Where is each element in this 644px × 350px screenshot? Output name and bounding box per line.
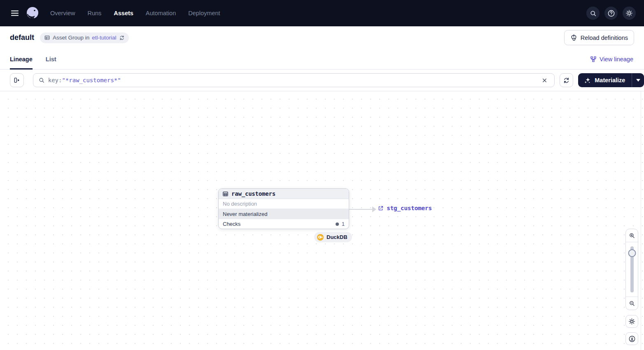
kind-tag-duckdb[interactable]: DuckDB <box>314 232 352 242</box>
lineage-edge <box>349 209 373 210</box>
dagster-logo-icon <box>25 5 40 21</box>
view-lineage-link[interactable]: View lineage <box>590 49 633 69</box>
zoom-in-icon <box>629 232 635 239</box>
user-settings-button[interactable] <box>623 7 636 20</box>
gear-icon <box>628 318 635 325</box>
reload-definitions-label: Reload definitions <box>581 35 628 41</box>
downstream-asset-stg-customers[interactable]: stg_customers <box>378 205 432 211</box>
circle-arrow-down-icon <box>628 335 636 343</box>
materialize-button[interactable]: Materialize <box>578 73 632 87</box>
zoom-out-button[interactable] <box>626 297 638 310</box>
zoom-out-icon <box>629 300 635 307</box>
nav-item-automation[interactable]: Automation <box>146 10 176 16</box>
nav-icon-group <box>586 7 636 20</box>
asset-node-raw-customers[interactable]: raw_customers No description Never mater… <box>218 188 349 229</box>
asset-checks-row[interactable]: Checks 1 <box>219 219 349 229</box>
global-search-button[interactable] <box>586 7 600 20</box>
panel-expand-icon <box>13 76 21 84</box>
kind-tag-label: DuckDB <box>327 234 348 240</box>
sidebar-toggle-button[interactable] <box>10 73 24 87</box>
external-link-icon <box>378 205 384 211</box>
check-status-dot <box>336 223 339 226</box>
lineage-toolbar: key:"*raw_customers*" Materialize <box>0 70 644 91</box>
nav-item-overview[interactable]: Overview <box>50 10 75 16</box>
nav-item-assets[interactable]: Assets <box>114 10 133 16</box>
chevron-down-icon <box>636 79 640 82</box>
lineage-edge-arrowhead <box>372 206 376 212</box>
asset-description-row: No description <box>219 199 349 209</box>
hamburger-icon <box>10 9 19 18</box>
asset-group-badge: Asset Group in etl-tutorial <box>40 32 129 43</box>
code-location-link[interactable]: etl-tutorial <box>92 35 116 41</box>
search-icon <box>38 77 45 83</box>
primary-nav: Overview Runs Assets Automation Deployme… <box>50 10 220 16</box>
zoom-slider-handle[interactable] <box>628 249 636 257</box>
asset-name: raw_customers <box>231 190 275 197</box>
asset-status-row: Never materialized <box>219 209 349 219</box>
search-icon <box>590 10 597 17</box>
asset-filter-input[interactable]: key:"*raw_customers*" <box>33 73 555 87</box>
checks-count: 1 <box>342 221 345 227</box>
nav-item-runs[interactable]: Runs <box>87 10 101 16</box>
asset-group-badge-text: Asset Group in <box>53 35 89 41</box>
downstream-asset-label: stg_customers <box>387 205 432 211</box>
nav-item-deployment[interactable]: Deployment <box>188 10 220 16</box>
tab-list[interactable]: List <box>46 49 56 69</box>
sparkles-icon <box>584 77 591 84</box>
dagster-app: Overview Runs Assets Automation Deployme… <box>0 0 644 350</box>
lineage-graph-icon <box>590 56 597 63</box>
graph-settings-button[interactable] <box>625 315 638 328</box>
dagster-logo[interactable] <box>25 5 40 21</box>
sync-status-icon[interactable] <box>119 35 125 41</box>
top-nav: Overview Runs Assets Automation Deployme… <box>0 0 644 26</box>
refresh-graph-button[interactable] <box>560 73 574 87</box>
materialize-split-button: Materialize <box>578 73 644 87</box>
reload-definitions-button[interactable]: Reload definitions <box>564 30 634 45</box>
lineage-canvas[interactable]: raw_customers No description Never mater… <box>0 91 644 350</box>
checks-label: Checks <box>223 221 240 227</box>
zoom-control-panel <box>625 229 638 310</box>
filter-key-prefix: key: <box>48 77 62 83</box>
materialize-label: Materialize <box>595 77 625 83</box>
gear-icon <box>625 9 633 17</box>
view-lineage-label: View lineage <box>600 56 633 63</box>
page-header: default Asset Group in etl-tutorial Relo… <box>0 26 644 49</box>
zoom-slider[interactable] <box>626 242 638 297</box>
hamburger-menu-button[interactable] <box>9 7 21 19</box>
scrollbar-gutter <box>641 91 641 350</box>
help-icon <box>607 9 615 17</box>
clear-filter-button[interactable] <box>539 75 550 86</box>
help-button[interactable] <box>604 7 618 20</box>
close-icon <box>541 77 548 83</box>
materialize-options-button[interactable] <box>632 73 644 87</box>
zoom-in-button[interactable] <box>626 229 638 242</box>
filter-key-value: "*raw_customers*" <box>62 77 121 83</box>
asset-node-header[interactable]: raw_customers <box>219 189 349 199</box>
recenter-button[interactable] <box>625 332 638 345</box>
page-title: default <box>10 33 34 42</box>
duckdb-icon <box>317 234 324 241</box>
table-icon <box>222 191 229 197</box>
tab-lineage[interactable]: Lineage <box>10 49 33 69</box>
tabs-row: Lineage List View lineage <box>0 49 644 70</box>
reload-definitions-icon <box>570 34 577 41</box>
asset-filter-query: key:"*raw_customers*" <box>48 77 539 83</box>
refresh-icon <box>563 77 570 84</box>
table-icon <box>44 35 50 41</box>
